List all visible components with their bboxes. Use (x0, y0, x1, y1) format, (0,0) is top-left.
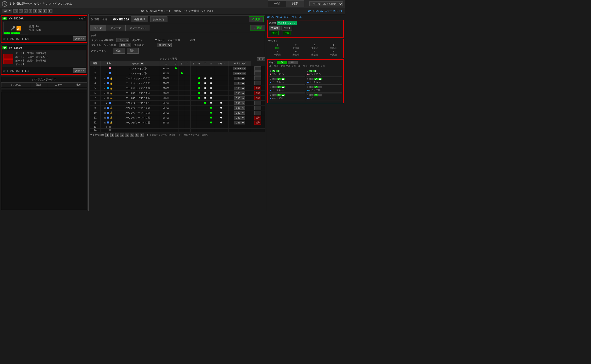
row-gain[interactable] (228, 125, 251, 129)
row-pairing[interactable] (251, 101, 265, 106)
model-filter[interactable]: ▼ (140, 62, 144, 65)
nav-next[interactable]: > (43, 9, 47, 13)
mic-item-1: 1 ON ▮▮ ハンドマイ… (269, 69, 305, 76)
row-ch5 (196, 110, 202, 115)
row-gain[interactable]: 0 dB (228, 110, 251, 115)
row-check[interactable]: ☐ (100, 129, 117, 132)
row-check[interactable]: ☐ (100, 125, 117, 129)
nav-2[interactable]: 3 (29, 9, 33, 13)
ch-nav-left[interactable]: < (257, 57, 261, 61)
row-check[interactable]: ☑ 🔒 (100, 76, 117, 81)
tab-settings[interactable]: 設定 (286, 0, 304, 7)
device-settings-btn-2[interactable]: 設定 >> (73, 68, 86, 73)
status-link[interactable]: WX-SR200A ステータス >> (264, 9, 343, 13)
conn-btn-2[interactable]: 接続 (283, 31, 291, 35)
standby-select[interactable]: 30分 (116, 38, 129, 42)
user-dropdown[interactable]: ユーザー名：Admin (309, 1, 343, 6)
tab-receiver-ext[interactable]: 増設1 (281, 26, 292, 30)
ant-2: 2 未接続 (287, 44, 305, 50)
row-check[interactable]: ☑ (100, 66, 117, 71)
register-btn[interactable]: 画像登録 (131, 16, 148, 22)
nav-prev[interactable]: < (19, 9, 23, 13)
ant-1: 1 接続 (268, 44, 286, 50)
row-gain[interactable]: 0 dB (228, 106, 251, 110)
row-check[interactable]: ☐ 🔒 (100, 106, 117, 110)
row-name: グースネックマイク⑤ (117, 96, 159, 101)
multi-row: マルチセッション機能 ON OFF 通話優先 後優先 先優先 (91, 43, 263, 47)
ch-nav-right[interactable]: > (261, 57, 265, 61)
row-check[interactable]: ☑ 🔒 (100, 96, 117, 101)
row-check[interactable]: ☑ (100, 71, 117, 76)
row-check[interactable]: ☑ 🔒 (100, 81, 117, 86)
row-ch4 (190, 86, 196, 91)
tab-antenna[interactable]: アンテナ (106, 25, 125, 31)
row-pairing[interactable]: 削除 (251, 120, 265, 125)
row-gain[interactable] (228, 129, 251, 132)
row-gain[interactable]: 0 dB (228, 76, 251, 81)
open-btn[interactable]: 開く (127, 48, 139, 54)
tab-list[interactable]: 一覧 (268, 0, 286, 7)
row-check[interactable]: ☐ 🔒 (100, 91, 117, 96)
row-check[interactable]: ☐ 🔒 (100, 115, 117, 120)
row-pairing[interactable]: 削除 (251, 96, 265, 101)
count-4: 5 (120, 133, 124, 137)
nav-4[interactable]: 5 (38, 9, 42, 13)
row-pairing[interactable] (251, 129, 265, 132)
auth-btn[interactable]: 認証設定 (150, 16, 167, 22)
row-pairing[interactable] (251, 66, 265, 71)
row-ch7 (208, 71, 214, 76)
row-gain[interactable]: 0 dB (228, 81, 251, 86)
save-btn[interactable]: 保存 (113, 48, 125, 54)
row-gain[interactable]: 0 dB (228, 96, 251, 101)
row-gain[interactable]: 0 dB (228, 101, 251, 106)
priority-select[interactable]: 後優先 先優先 (157, 43, 172, 47)
row-pairing[interactable] (251, 106, 265, 110)
battery-label: 使用電池 (132, 39, 152, 42)
system-status-panel: システムステータス システム 認証 エラー 電池 (1, 77, 87, 210)
row-pairing[interactable] (251, 125, 265, 129)
table-row: 4☑ 🔒グースネックマイク②ST6000 dB (90, 81, 265, 86)
row-ch1 (173, 91, 179, 96)
row-pairing[interactable] (251, 71, 265, 76)
mic-section-label: マイク (269, 61, 276, 64)
tab-mic[interactable]: マイク (90, 25, 106, 31)
row-pairing[interactable] (251, 76, 265, 81)
nav-1[interactable]: 2 (24, 9, 28, 13)
row-pairing[interactable] (251, 81, 265, 86)
row-check[interactable]: ☐ 🔒 (100, 120, 117, 125)
refresh-btn-2[interactable]: ↺ 更新 (250, 25, 265, 30)
nav-first[interactable]: |< (13, 9, 18, 13)
row-gain[interactable]: +6 dB (228, 71, 251, 76)
tab-receiver-main[interactable]: 受信機 (269, 26, 280, 30)
row-pairing[interactable]: 削除 (251, 91, 265, 96)
row-pairing[interactable]: 削除 (251, 86, 265, 91)
refresh-btn-1[interactable]: ↺ 更新 (249, 16, 264, 22)
row-gain[interactable]: 0 dB (228, 115, 251, 120)
row-pairing[interactable] (251, 110, 265, 115)
nav-last[interactable]: >| (48, 9, 52, 13)
row-ch4 (190, 129, 196, 132)
nav-3[interactable]: 4 (33, 9, 37, 13)
device-settings-btn-1[interactable]: 設定 >> (73, 36, 86, 41)
col-ch7: 7 (202, 61, 208, 66)
row-ch7 (208, 91, 214, 96)
mic-tab-on[interactable]: ON (277, 61, 287, 64)
row-gain[interactable]: 0 dB (228, 120, 251, 125)
tab-maintenance[interactable]: メンテナンス (125, 25, 150, 31)
row-ch6 (202, 76, 208, 81)
row-check[interactable]: ☐ 🔒 (100, 110, 117, 115)
row-ch2 (179, 129, 185, 132)
row-gain[interactable]: +3 dB (228, 66, 251, 71)
row-pairing[interactable]: 削除 (251, 115, 265, 120)
filter-select[interactable]: All (2, 9, 12, 13)
right-panel-title[interactable]: WX-SR200A ステータス >> (267, 15, 344, 19)
conn-btn-1[interactable]: 接続 (271, 31, 279, 35)
row-check[interactable]: ☑ 🔒 (100, 86, 117, 91)
gear-icon[interactable]: ⚙ (2, 1, 7, 7)
row-check[interactable]: ☑ (100, 101, 117, 106)
row-num: 7 (90, 96, 101, 101)
row-gain[interactable]: 0 dB (228, 91, 251, 96)
multi-select[interactable]: ON OFF (119, 43, 131, 47)
row-gain[interactable]: 0 dB (228, 86, 251, 91)
mic-tab-all[interactable]: ALL (288, 61, 298, 64)
